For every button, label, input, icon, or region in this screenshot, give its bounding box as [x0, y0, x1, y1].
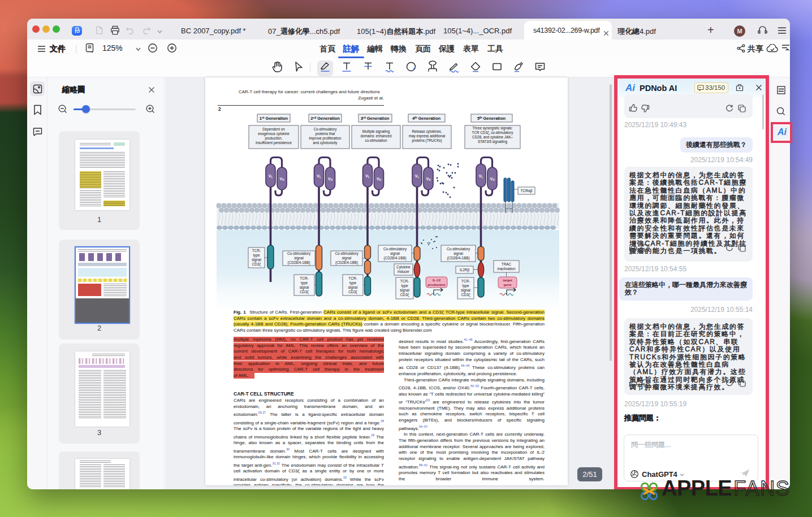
- svg-text:improve proliferation: improve proliferation: [309, 136, 342, 141]
- svg-text:4ᵗʰ Generation: 4ᵗʰ Generation: [412, 116, 441, 121]
- svg-text:Co-stimulatory: Co-stimulatory: [314, 127, 337, 132]
- svg-text:signal: signal: [252, 258, 261, 262]
- svg-text:CD28, and cytokine JAK–: CD28, and cytokine JAK–: [472, 135, 513, 140]
- svg-text:STAT3/5 signalling: STAT3/5 signalling: [478, 140, 507, 144]
- svg-text:signal: signal: [342, 256, 352, 260]
- svg-text:1ˢᵗ Generation: 1ˢᵗ Generation: [260, 116, 288, 121]
- svg-text:signal: signal: [294, 256, 304, 260]
- svg-text:inactivation: inactivation: [498, 267, 516, 271]
- svg-text:Three synergistic signals:: Three synergistic signals:: [472, 126, 512, 131]
- svg-text:type: type: [349, 281, 357, 285]
- svg-text:(CD28/4-1BB): (CD28/4-1BB): [383, 256, 406, 260]
- svg-text:and cytotoxicity: and cytotoxicity: [313, 141, 338, 145]
- svg-text:domains: enhanced: domains: enhanced: [361, 134, 392, 138]
- svg-text:inducer: inducer: [398, 270, 410, 273]
- svg-text:CD3ζ: CD3ζ: [348, 290, 357, 294]
- svg-text:Co-stimulatory: Co-stimulatory: [335, 251, 359, 256]
- svg-text:TCRαβ: TCRαβ: [521, 189, 533, 193]
- svg-text:TCR-: TCR-: [400, 279, 409, 283]
- svg-text:Dependent on: Dependent on: [262, 127, 285, 132]
- svg-text:Insufficient persistence: Insufficient persistence: [256, 141, 292, 145]
- svg-text:(CD28/4-1BB): (CD28/4-1BB): [287, 260, 310, 265]
- svg-text:CD3ζ: CD3ζ: [252, 262, 261, 267]
- svg-text:TCR-: TCR-: [252, 249, 261, 253]
- svg-text:Co-stimulatory: Co-stimulatory: [287, 251, 311, 256]
- svg-text:target: target: [503, 279, 512, 282]
- svg-text:Cytokine: Cytokine: [396, 265, 411, 270]
- svg-text:gene: gene: [503, 283, 512, 286]
- svg-text:(CD28/4-1BB): (CD28/4-1BB): [447, 256, 469, 260]
- svg-text:exogenous cytokine: exogenous cytokine: [258, 132, 290, 136]
- svg-text:Co-stimulatory: Co-stimulatory: [383, 247, 407, 251]
- svg-text:production: production: [427, 283, 446, 286]
- svg-text:production.: production.: [265, 136, 282, 141]
- svg-text:Release cytokines,: Release cytokines,: [412, 129, 442, 134]
- svg-text:TCR-: TCR-: [300, 276, 308, 280]
- svg-text:Multiple signaling: Multiple signaling: [362, 129, 390, 134]
- svg-text:3ʳᵈ Generation: 3ʳᵈ Generation: [361, 116, 390, 121]
- svg-text:CD3ζ: CD3ζ: [461, 293, 470, 297]
- svg-text:co-stimulation: co-stimulation: [365, 138, 387, 142]
- svg-text:2ⁿᵈ Generation: 2ⁿᵈ Generation: [310, 116, 340, 121]
- svg-text:IL2Rβ: IL2Rβ: [460, 268, 469, 272]
- svg-text:CD3ζ: CD3ζ: [400, 293, 409, 297]
- svg-text:TRAC: TRAC: [502, 262, 512, 266]
- svg-text:Co-stimulatory: Co-stimulatory: [447, 247, 470, 251]
- svg-text:TCR-: TCR-: [348, 276, 357, 280]
- svg-text:IL-12: IL-12: [433, 279, 441, 282]
- svg-text:proteins that: proteins that: [316, 132, 335, 136]
- svg-text:TCR CD3ζ, co-stimulatory: TCR CD3ζ, co-stimulatory: [472, 131, 514, 135]
- svg-text:signal: signal: [300, 285, 309, 290]
- svg-text:TCR-: TCR-: [461, 279, 470, 283]
- svg-text:signal: signal: [348, 285, 358, 290]
- svg-text:5ᵗʰ Generation: 5ᵗʰ Generation: [477, 116, 506, 121]
- svg-text:type: type: [253, 253, 260, 258]
- svg-text:may express additional: may express additional: [409, 134, 445, 138]
- svg-text:signal: signal: [400, 288, 409, 293]
- svg-text:signal: signal: [390, 251, 400, 256]
- svg-text:type: type: [462, 284, 469, 288]
- svg-text:signal: signal: [453, 251, 463, 256]
- svg-text:signal: signal: [461, 288, 470, 293]
- svg-text:type: type: [401, 284, 408, 288]
- svg-text:CD3ζ: CD3ζ: [300, 290, 309, 294]
- svg-text:proteins (TRUCKs): proteins (TRUCKs): [412, 138, 442, 143]
- svg-text:(CD28/4-1BB): (CD28/4-1BB): [335, 260, 358, 265]
- svg-text:type: type: [301, 281, 308, 285]
